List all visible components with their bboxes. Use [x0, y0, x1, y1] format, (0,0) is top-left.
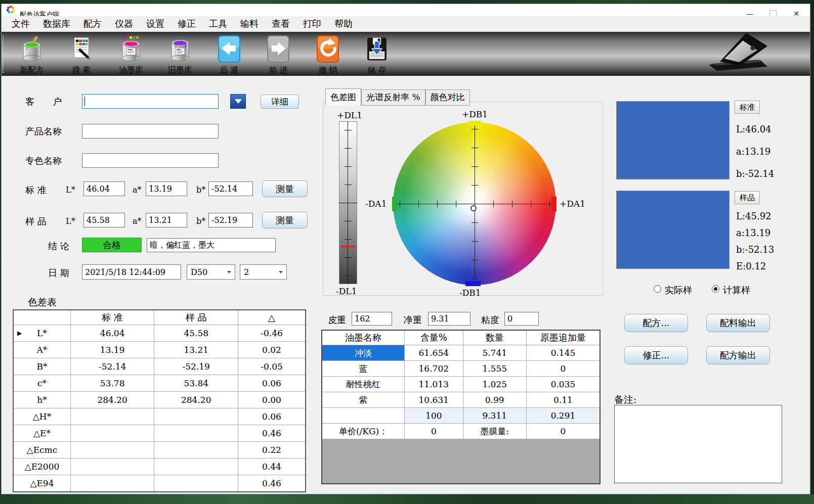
back-arrow-icon — [215, 35, 244, 64]
table-row[interactable]: A* 13.19 13.21 0.02 — [13, 342, 306, 358]
menu-item-view[interactable]: 查看 — [272, 18, 290, 30]
menu-item-database[interactable]: 数据库 — [43, 18, 70, 30]
ink-name[interactable]: 耐性桃红 — [322, 377, 405, 392]
app-logo-icon — [6, 5, 15, 14]
menu-item-instrument[interactable]: 仪器 — [115, 18, 133, 30]
toolbar-old-ink-library-button[interactable]: 旧墨库 — [162, 33, 198, 76]
table-row[interactable]: △Ecmc 0.22 — [13, 442, 306, 459]
header-sample: 样 品 — [154, 310, 238, 325]
sample-L-input[interactable]: 45.58 — [83, 213, 125, 227]
spectrophotometer-image — [701, 29, 782, 74]
table-row[interactable]: 紫 10.631 0.99 0.11 — [322, 392, 600, 408]
date-input[interactable]: 2021/5/18 12:44:09 — [82, 264, 181, 280]
illuminant-select[interactable]: D50 — [187, 264, 235, 280]
spot-color-input[interactable] — [82, 153, 219, 168]
observer-select[interactable]: 2 — [240, 264, 287, 280]
menu-item-correction[interactable]: 修正 — [178, 18, 196, 30]
table-row[interactable]: △E* 0.46 — [13, 425, 306, 442]
ink-quantity: 0.99 — [463, 392, 526, 408]
table-row[interactable]: 蓝 16.702 1.555 0 — [322, 361, 600, 377]
toolbar-label: 旧墨库 — [168, 65, 192, 76]
conclusion-comment-field[interactable]: 暗，偏红蓝，墨大 — [147, 238, 276, 252]
menu-item-settings[interactable]: 设置 — [146, 18, 164, 30]
toolbar-label: 搜 索 — [72, 65, 91, 76]
toolbar-ink-library-button[interactable]: 油墨库 — [113, 33, 149, 76]
notes-textarea[interactable] — [614, 405, 782, 483]
std-value: 53.78 — [70, 375, 154, 392]
table-row[interactable]: 冲淡 61.654 5.741 0.145 — [322, 345, 600, 361]
tare-input[interactable]: 162 — [352, 312, 392, 326]
menu-item-print[interactable]: 打印 — [303, 18, 321, 30]
standard-b-input[interactable]: -52.14 — [208, 181, 253, 196]
detail-button[interactable]: 详细 — [261, 95, 299, 109]
sample-a-readout: a:13.19 — [736, 227, 770, 238]
toolbar-search-button[interactable]: 搜 索 — [63, 33, 100, 76]
standard-L-input[interactable]: 46.04 — [83, 181, 125, 196]
tare-label: 皮重 — [328, 314, 346, 326]
sample-L-label: L* — [66, 216, 75, 226]
delta-value: 0.44 — [238, 459, 306, 475]
table-row[interactable]: △H* 0.06 — [13, 408, 306, 425]
toolbar-new-formula-button[interactable]: 新配方 — [14, 33, 50, 76]
table-row[interactable]: 耐性桃红 11.013 1.025 0.035 — [322, 377, 600, 392]
formula-output-button[interactable]: 配方输出 — [706, 346, 770, 364]
tab-color-compare[interactable]: 颜色对比 — [425, 89, 470, 106]
radio-actual-sample[interactable] — [654, 285, 661, 293]
toolbar-grip — [3, 35, 4, 73]
radio-calculated-sample[interactable] — [712, 285, 719, 293]
ink-quantity: 1.025 — [463, 377, 526, 392]
menu-item-tools[interactable]: 工具 — [209, 18, 227, 30]
menu-item-file[interactable]: 文件 — [12, 18, 30, 30]
radio-calculated-sample-label[interactable]: 计算样 — [723, 284, 750, 296]
ink-name-selected[interactable]: 冲淡 — [322, 345, 405, 361]
toolbar-back-button[interactable]: 后 退 — [211, 33, 247, 76]
correct-button[interactable]: 修正... — [624, 346, 688, 364]
table-row[interactable]: c* 53.78 53.84 0.06 — [13, 375, 306, 392]
ink-addition: 0.145 — [526, 345, 600, 361]
customer-dropdown-button[interactable] — [230, 94, 246, 109]
standard-L-label: L* — [66, 185, 75, 195]
tab-color-difference[interactable]: 色差图 — [325, 88, 361, 106]
customer-input[interactable] — [82, 94, 219, 109]
ink-name[interactable]: 紫 — [322, 392, 405, 408]
table-row[interactable]: △E94 0.46 — [13, 475, 306, 492]
standard-measure-button[interactable]: 测量 — [262, 180, 308, 197]
header-addition: 原墨追加量 — [526, 330, 600, 345]
viscosity-input[interactable]: 0 — [504, 312, 539, 326]
sample-measure-button[interactable]: 测量 — [262, 212, 308, 228]
net-weight-input[interactable]: 9.31 — [428, 312, 470, 326]
formula-button[interactable]: 配方... — [624, 314, 688, 332]
table-row[interactable]: △E2000 0.44 — [13, 459, 306, 475]
standard-a-label: a* — [133, 185, 142, 195]
tab-spectral-reflectance[interactable]: 光谱反射率 % — [361, 89, 425, 106]
menu-item-formula[interactable]: 配方 — [83, 18, 102, 30]
standard-a-input[interactable]: 13.19 — [146, 181, 187, 196]
toolbar-save-button[interactable]: 储 存 — [359, 33, 395, 76]
smp-value: -52.19 — [154, 358, 238, 375]
param-label: A* — [13, 342, 70, 358]
toolbar-forward-button[interactable]: 前 进 — [260, 33, 296, 76]
toolbar-undo-button[interactable]: 撤 销 — [310, 33, 346, 76]
table-total-row: 100 9.311 0.291 — [322, 408, 600, 424]
material-output-button[interactable]: 配料输出 — [706, 314, 770, 332]
header-percent: 含量% — [405, 330, 463, 345]
sample-b-input[interactable]: -52.19 — [208, 213, 253, 227]
param-label: h* — [13, 392, 70, 408]
product-name-input[interactable] — [82, 124, 219, 139]
radio-actual-sample-label[interactable]: 实际样 — [665, 284, 692, 296]
sample-label: 样 品 — [25, 215, 47, 227]
table-row[interactable]: ▶L* 46.04 45.58 -0.46 — [13, 325, 306, 342]
date-label: 日 期 — [48, 267, 69, 279]
menu-item-feed[interactable]: 输料 — [240, 18, 259, 30]
sample-a-input[interactable]: 13.21 — [146, 213, 187, 227]
delta-value: 0.46 — [238, 425, 306, 442]
b-minus-edge-marker — [465, 281, 481, 286]
ink-addition: 0.035 — [526, 377, 600, 392]
menu-item-help[interactable]: 帮助 — [334, 18, 353, 30]
save-floppy-icon — [362, 35, 392, 64]
delta-value: 0.06 — [238, 408, 306, 425]
sample-E-readout: E:0.12 — [736, 261, 766, 271]
table-row[interactable]: B* -52.14 -52.19 -0.05 — [13, 358, 306, 375]
table-row[interactable]: h* 284.20 284.20 0.00 — [13, 392, 306, 408]
ink-name[interactable]: 蓝 — [322, 361, 405, 377]
